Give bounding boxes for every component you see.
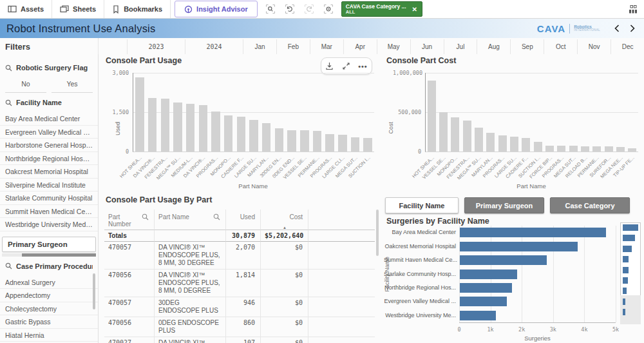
cell-part-number[interactable]: 470057 xyxy=(104,297,155,317)
selector-tab-case-category[interactable]: Case Category xyxy=(550,197,630,213)
period-month-aug[interactable]: Aug xyxy=(477,39,510,54)
download-icon[interactable] xyxy=(325,62,334,70)
col-header-part-name[interactable]: Part Name xyxy=(155,210,226,230)
col-header-cost[interactable]: Cost▲ xyxy=(261,210,308,230)
smart-search-icon[interactable] xyxy=(264,3,277,15)
facility-filter-item[interactable]: Silverpine Medical Institute xyxy=(0,179,98,192)
cell-part-name[interactable]: DA VINCI® XI™ ENDOSCOPE WITH xyxy=(155,337,226,343)
case-category-filter-item[interactable]: Cholecystectomy xyxy=(0,302,98,316)
selector-tab-facility-name[interactable]: Facility Name xyxy=(385,197,459,213)
table-scrollbar[interactable] xyxy=(376,210,379,256)
tab-bookmarks[interactable]: Bookmarks xyxy=(104,0,171,18)
bar[interactable] xyxy=(460,311,496,320)
bar[interactable] xyxy=(249,120,258,152)
bar[interactable] xyxy=(522,138,530,152)
table-row[interactable]: 470057DA VINCI® XI™ ENDOSCOPE PLUS, 8 MM… xyxy=(104,242,375,270)
facility-filter-item[interactable]: Northbridge Regional Hospital xyxy=(0,152,98,166)
bar[interactable] xyxy=(460,270,517,279)
bar[interactable] xyxy=(616,147,625,152)
period-month-jan[interactable]: Jan xyxy=(243,39,276,54)
selection-chip[interactable]: CAVA Case Category ... ALL ✕ xyxy=(341,1,422,17)
cell-part-name[interactable]: 0DEG ENDOSCOPE PLUS xyxy=(155,317,226,337)
primary-surgeon-filter[interactable]: Primary Surgeon xyxy=(2,237,96,252)
bar[interactable] xyxy=(135,77,144,152)
bar[interactable] xyxy=(199,105,208,152)
period-month-jul[interactable]: Jul xyxy=(444,39,477,54)
flag-option-no[interactable]: No xyxy=(5,80,46,93)
table-row[interactable]: 470027DA VINCI® XI™ ENDOSCOPE WITH107$0 xyxy=(104,337,375,343)
period-month-nov[interactable]: Nov xyxy=(577,39,611,54)
bar[interactable] xyxy=(287,130,296,152)
bar[interactable] xyxy=(510,137,518,152)
bar[interactable] xyxy=(262,123,271,152)
case-category-filter-item[interactable]: Adnexal Surgery xyxy=(0,276,98,289)
bar[interactable] xyxy=(186,104,195,152)
search-icon[interactable] xyxy=(142,213,149,220)
period-month-oct[interactable]: Oct xyxy=(544,39,577,54)
bar[interactable] xyxy=(451,117,459,152)
bar[interactable] xyxy=(161,99,170,152)
bar[interactable] xyxy=(300,130,309,152)
case-category-filter-item[interactable]: Hiatal Hernia xyxy=(0,329,98,342)
prev-sheet-icon[interactable] xyxy=(614,24,620,32)
case-category-filter-item[interactable]: Gastric Bypass xyxy=(0,315,98,329)
robotic-surgery-flag-header[interactable]: Robotic Surgery Flag xyxy=(0,58,98,75)
bar[interactable] xyxy=(148,98,157,152)
facility-filter-item[interactable]: Harborstone General Hospital xyxy=(0,139,98,152)
period-month-mar[interactable]: Mar xyxy=(310,39,343,54)
table-row[interactable]: 47005730DEG ENDOSCOPE PLUS946$0 xyxy=(104,297,375,317)
bar[interactable] xyxy=(275,128,284,152)
bar[interactable] xyxy=(313,131,322,152)
bar[interactable] xyxy=(628,148,636,152)
bar[interactable] xyxy=(325,134,334,152)
bar[interactable] xyxy=(460,255,547,265)
selections-tool-icon[interactable] xyxy=(322,3,335,15)
bar[interactable] xyxy=(475,128,483,152)
tab-assets[interactable]: Assets xyxy=(0,0,52,18)
cell-part-number[interactable]: 470057 xyxy=(104,242,155,270)
bar[interactable] xyxy=(211,112,220,152)
cell-part-number[interactable]: 470056 xyxy=(104,317,155,337)
bar[interactable] xyxy=(237,117,246,152)
case-category-header[interactable]: Case Primary Procedure Cat... xyxy=(0,257,98,273)
bar[interactable] xyxy=(557,146,565,152)
cell-part-number[interactable]: 470056 xyxy=(104,270,155,297)
bar[interactable] xyxy=(545,146,554,152)
period-month-sep[interactable]: Sep xyxy=(510,39,544,54)
cell-part-name[interactable]: DA VINCI® XI™ ENDOSCOPE PLUS, 8 MM, 0 DE… xyxy=(155,270,226,297)
bar[interactable] xyxy=(363,138,372,152)
col-header-part-number[interactable]: Part Number xyxy=(104,210,155,230)
bar[interactable] xyxy=(463,121,471,152)
period-year-2023[interactable]: 2023 xyxy=(127,39,185,54)
facility-filter-item[interactable]: Oakcrest Memorial Hospital xyxy=(0,165,98,179)
col-header-used[interactable]: Used xyxy=(226,210,261,230)
step-forward-icon[interactable] xyxy=(303,3,316,15)
tab-sheets[interactable]: Sheets xyxy=(52,0,104,18)
step-back-icon[interactable] xyxy=(283,3,296,15)
cell-part-name[interactable]: 30DEG ENDOSCOPE PLUS xyxy=(155,297,226,317)
bar[interactable] xyxy=(338,135,347,152)
cell-part-name[interactable]: DA VINCI® XI™ ENDOSCOPE PLUS, 8 MM, 30 D… xyxy=(155,242,226,270)
bar[interactable] xyxy=(498,135,507,152)
bar[interactable] xyxy=(173,103,182,152)
bar[interactable] xyxy=(569,146,578,152)
expand-icon[interactable] xyxy=(342,62,350,70)
period-year-2024[interactable]: 2024 xyxy=(185,39,243,54)
bar[interactable] xyxy=(460,283,512,293)
selector-tab-primary-surgeon[interactable]: Primary Surgeon xyxy=(464,197,544,213)
bar[interactable] xyxy=(460,242,578,251)
facility-name-header[interactable]: Facility Name xyxy=(0,93,98,110)
period-month-may[interactable]: May xyxy=(377,39,410,54)
case-category-filter-item[interactable]: Appendectomy xyxy=(0,289,98,302)
facility-filter-item[interactable]: Starlake Community Hospital xyxy=(0,191,98,205)
period-month-jun[interactable]: Jun xyxy=(410,39,444,54)
chart-minimap[interactable] xyxy=(620,222,641,320)
facility-filter-item[interactable]: Westbridge University Medical C... xyxy=(0,218,98,231)
bar[interactable] xyxy=(605,146,613,152)
bar[interactable] xyxy=(592,146,601,152)
case-list-scrollbar[interactable] xyxy=(93,273,95,309)
bar[interactable] xyxy=(581,146,589,152)
bar[interactable] xyxy=(460,228,606,237)
bar[interactable] xyxy=(534,142,542,152)
bar[interactable] xyxy=(439,112,448,152)
